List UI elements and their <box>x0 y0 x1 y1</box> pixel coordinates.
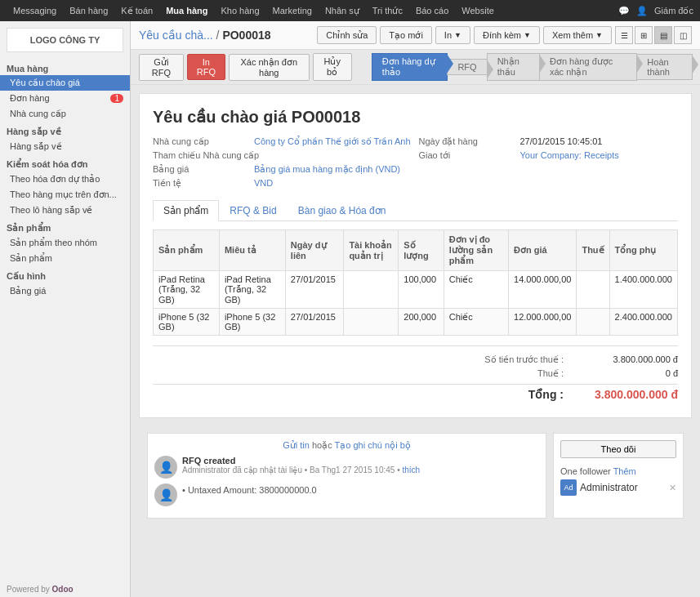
sidebar-section-cau-hinh: Cấu hình <box>0 266 130 283</box>
step-done[interactable]: Hoàn thành <box>636 54 693 80</box>
supplier-value[interactable]: Công ty Cổ phần Thế giới số Trần Anh <box>254 136 411 147</box>
view-toggle: ☰ ⊞ ▤ ◫ <box>615 26 692 44</box>
cancel-button[interactable]: Hủy bỏ <box>313 53 352 81</box>
cell-account <box>344 309 399 336</box>
follower-avatar-1: Ad <box>560 479 577 496</box>
like-link-1[interactable]: thích <box>402 466 420 474</box>
step-draft[interactable]: Đơn hàng dự thảo <box>372 53 448 81</box>
chat-content-2: • Untaxed Amount: 3800000000.0 <box>182 483 317 506</box>
cell-product: iPhone 5 (32 GB) <box>154 309 220 336</box>
send-rfq-button[interactable]: Gửi RFQ <box>139 54 184 81</box>
user-icon: 👤 <box>636 6 648 16</box>
follow-button[interactable]: Theo dõi <box>560 440 676 458</box>
sidebar-item-san-pham-nhom[interactable]: Sản phẩm theo nhóm <box>0 235 130 251</box>
one-follower-label: One follower <box>560 466 611 476</box>
remove-follower-1[interactable]: ✕ <box>669 483 676 493</box>
nav-ban-hang[interactable]: Bán hàng <box>63 6 114 16</box>
pricelist-value[interactable]: Bảng giá mua hàng mặc định (VND) <box>254 164 400 175</box>
nav-mua-hang[interactable]: Mua hàng <box>159 6 214 16</box>
print-dropdown-arrow[interactable]: ▼ <box>454 31 461 39</box>
cell-uom: Chiếc <box>444 271 508 309</box>
chat-avatar-2: 👤 <box>154 483 177 506</box>
pricelist-label: Bảng giá <box>153 164 251 175</box>
col-price: Đơn giá <box>509 230 577 271</box>
print-button[interactable]: In▼ <box>435 26 470 44</box>
cell-uom: Chiếc <box>444 309 508 336</box>
tax-value: 0 đ <box>580 368 678 379</box>
progress-steps: Đơn hàng dự thảo RFQ Nhận thầu Đơn hàng … <box>372 53 692 81</box>
chat-sub-1: Administrator đã cập nhật tài liệu • Ba … <box>182 466 420 474</box>
grand-total-value: 3.800.000.000 đ <box>580 388 678 401</box>
order-date-value: 27/01/2015 10:45:01 <box>520 136 603 146</box>
print-rfq-button[interactable]: In RFQ <box>187 54 225 80</box>
chat-header: Gửi tin hoặc Tạo ghi chú nội bộ <box>154 440 539 451</box>
confirm-order-button[interactable]: Xác nhận đơn hàng <box>229 54 309 81</box>
powered-by: Powered by Odoo <box>7 585 74 594</box>
cell-price: 14.000.000,00 <box>509 271 577 309</box>
chat-content-1: RFQ created Administrator đã cập nhật tà… <box>182 456 420 479</box>
nav-kho-hang[interactable]: Kho hàng <box>214 6 265 16</box>
top-navigation: Messaging Bán hàng Kế toán Mua hàng Kho … <box>0 0 700 21</box>
company-logo: LOGO CÔNG TY <box>7 28 123 52</box>
attach-button[interactable]: Đính kèm▼ <box>474 26 540 44</box>
graph-view-icon[interactable]: ◫ <box>674 26 692 44</box>
bottom-section: Gửi tin hoặc Tạo ghi chú nội bộ 👤 RFQ cr… <box>139 426 692 525</box>
breadcrumb-current: PO00018 <box>222 29 270 42</box>
sidebar-item-theo-lo-hang[interactable]: Theo lô hàng sắp về <box>0 203 130 218</box>
edit-button[interactable]: Chỉnh sửa <box>317 26 377 44</box>
tab-rfq-bid[interactable]: RFQ & Bid <box>219 200 287 221</box>
step-confirmed[interactable]: Đơn hàng được xác nhận <box>539 53 637 81</box>
add-follower-link[interactable]: Thêm <box>613 466 636 476</box>
deliver-to-value[interactable]: Your Company: Receipts <box>520 150 619 160</box>
status-bar: Gửi RFQ In RFQ Xác nhận đơn hàng Hủy bỏ … <box>131 50 700 85</box>
sidebar-item-hang-sap-ve[interactable]: Hàng sắp về <box>0 139 130 154</box>
cell-account <box>344 271 399 309</box>
followers-section: One follower Thêm <box>560 466 676 476</box>
currency-value[interactable]: VND <box>254 178 273 188</box>
tab-san-pham[interactable]: Sản phẩm <box>153 200 219 221</box>
sidebar-item-yeu-cau-chao-gia[interactable]: Yêu cầu chào giá <box>0 75 130 91</box>
col-date: Ngày dự liên <box>285 230 344 271</box>
nav-nhan-su[interactable]: Nhân sự <box>319 6 366 16</box>
kanban-view-icon[interactable]: ⊞ <box>635 26 653 44</box>
document-tabs: Sản phẩm RFQ & Bid Bàn giao & Hóa đơn <box>153 200 678 221</box>
table-row: iPad Retina (Trắng, 32 GB) iPad Retina (… <box>154 271 678 309</box>
sidebar-item-san-pham[interactable]: Sản phẩm <box>0 251 130 266</box>
sidebar-section-san-pham: Sản phẩm <box>0 218 130 235</box>
new-button[interactable]: Tạo mới <box>380 26 432 44</box>
col-tax: Thuế <box>577 230 609 271</box>
ref-label: Tham chiếu Nhà cung cấp <box>153 150 259 161</box>
chat-icon[interactable]: 💬 <box>618 6 630 16</box>
user-name[interactable]: Giám đốc <box>654 6 693 16</box>
more-button[interactable]: Xem thêm▼ <box>543 26 612 44</box>
form-view-icon[interactable]: ▤ <box>654 26 672 44</box>
cell-date: 27/01/2015 <box>285 271 344 309</box>
sidebar-item-theo-hang-muc[interactable]: Theo hàng mục trên đơn... <box>0 187 130 203</box>
send-message-link[interactable]: Gửi tin <box>283 440 310 450</box>
nav-messaging[interactable]: Messaging <box>7 6 63 16</box>
chat-message-1: 👤 RFQ created Administrator đã cập nhật … <box>154 456 539 479</box>
sidebar-item-don-hang[interactable]: Đơn hàng1 <box>0 91 130 106</box>
nav-marketing[interactable]: Marketing <box>266 6 319 16</box>
nav-ke-toan[interactable]: Kế toán <box>114 6 159 16</box>
list-view-icon[interactable]: ☰ <box>615 26 633 44</box>
create-note-link[interactable]: Tạo ghi chú nội bộ <box>335 440 411 450</box>
more-dropdown-arrow[interactable]: ▼ <box>595 31 603 39</box>
nav-website[interactable]: Website <box>455 6 501 16</box>
step-receive[interactable]: Nhận thầu <box>487 53 540 81</box>
attach-dropdown-arrow[interactable]: ▼ <box>524 31 531 39</box>
nav-tri-thuc[interactable]: Tri thức <box>366 6 409 16</box>
followers-box: Theo dõi One follower Thêm Ad Administra… <box>553 433 684 519</box>
nav-bao-cao[interactable]: Báo cáo <box>409 6 455 16</box>
document-card: Yêu cầu chào giá PO00018 Nhà cung cấp Cô… <box>139 93 692 418</box>
tab-ban-giao[interactable]: Bàn giao & Hóa đơn <box>288 200 397 221</box>
content-area: Yêu cầu chào giá PO00018 Nhà cung cấp Cô… <box>131 85 700 597</box>
sidebar-item-bang-gia[interactable]: Bảng giá <box>0 283 130 299</box>
sidebar-item-theo-hoa-don[interactable]: Theo hóa đơn dự thảo <box>0 172 130 187</box>
top-bar-actions: Chỉnh sửa Tạo mới In▼ Đính kèm▼ Xem thêm… <box>317 26 692 44</box>
breadcrumb-parent[interactable]: Yêu cầu chà... <box>139 29 213 42</box>
sidebar-item-nha-cung-cap[interactable]: Nhà cung cấp <box>0 106 130 122</box>
follower-name-1: Administrator <box>580 482 638 493</box>
pretax-label: Số tiền trước thuế : <box>441 354 564 365</box>
col-subtotal: Tổng phụ <box>609 230 677 271</box>
